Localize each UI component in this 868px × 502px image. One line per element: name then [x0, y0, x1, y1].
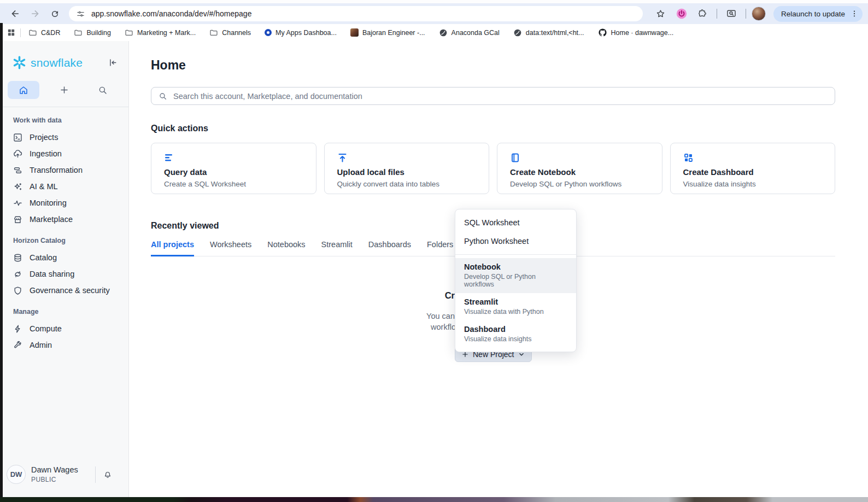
empty-state-heading-clipped: Cr — [395, 290, 455, 301]
sidebar-item-admin[interactable]: Admin — [0, 337, 128, 353]
empty-state-text-clipped: workflo — [378, 323, 456, 331]
sidebar-item-data-sharing[interactable]: Data sharing — [0, 266, 128, 282]
bookmark-folder[interactable]: Channels — [209, 28, 251, 37]
sidebar-item-governance-security[interactable]: Governance & security — [0, 282, 128, 299]
sidebar-item-label: Transformation — [30, 166, 83, 174]
card-create-notebook[interactable]: Create Notebook Develop SQL or Python wo… — [497, 143, 662, 194]
bookmark-star-icon[interactable] — [652, 5, 670, 22]
toolbar-separator — [717, 9, 717, 19]
bookmark-item[interactable]: Anaconda GCal — [439, 28, 500, 37]
desktop-edge-bottom — [0, 497, 868, 502]
card-query-data[interactable]: Query data Create a SQL Worksheet — [151, 143, 316, 194]
marketplace-icon — [13, 215, 22, 224]
card-desc: Visualize data insights — [683, 180, 823, 188]
lightning-icon — [13, 324, 22, 334]
sidebar-item-catalog[interactable]: Catalog — [0, 249, 128, 266]
query-data-icon — [164, 153, 174, 163]
new-item-button[interactable] — [51, 85, 78, 95]
menu-item-streamlit[interactable]: Streamlit Visualize data with Python — [455, 293, 576, 320]
bookmark-folder[interactable]: Marketing + Mark... — [125, 28, 196, 37]
sidebar-item-label: Marketplace — [30, 215, 73, 224]
globe-favicon — [513, 28, 522, 37]
menu-item-python-worksheet[interactable]: Python Worksheet — [455, 232, 576, 250]
back-icon[interactable] — [5, 5, 25, 22]
card-upload-files[interactable]: Upload local files Quickly convert data … — [324, 143, 490, 194]
menu-item-dashboard[interactable]: Dashboard Visualize data insights — [455, 320, 576, 348]
reload-icon[interactable] — [45, 5, 64, 22]
browser-toolbar: app.snowflake.com/anaconda/dev/#/homepag… — [0, 3, 868, 24]
transformation-icon — [13, 166, 22, 175]
section-horizon-catalog: Horizon Catalog — [0, 227, 128, 249]
browser-menu-icon[interactable] — [850, 9, 859, 18]
bookmark-label: Home · dawnwage... — [611, 29, 674, 37]
bookmark-label: Anaconda GCal — [451, 29, 500, 37]
card-create-dashboard[interactable]: Create Dashboard Visualize data insights — [670, 143, 836, 194]
screen-search-icon[interactable] — [723, 5, 740, 22]
notebook-icon — [510, 153, 520, 163]
quick-actions-title: Quick actions — [151, 124, 835, 133]
search-input[interactable] — [172, 91, 828, 101]
home-nav-button[interactable] — [8, 81, 39, 99]
folder-icon — [209, 28, 218, 37]
sidebar-item-transformation[interactable]: Transformation — [0, 162, 128, 178]
pink-extension-icon[interactable] — [673, 5, 690, 22]
collapse-sidebar-icon[interactable] — [107, 57, 118, 68]
bookmark-label: Building — [86, 29, 110, 37]
menu-item-desc: Visualize data with Python — [464, 308, 567, 316]
user-avatar[interactable]: DW — [7, 465, 26, 484]
apps-grid-icon[interactable] — [7, 28, 16, 37]
brand-wordmark: snowflake — [31, 56, 83, 69]
sidebar: snowflake Work with data — [0, 41, 129, 497]
tab-all-projects[interactable]: All projects — [151, 240, 194, 256]
sidebar-item-compute[interactable]: Compute — [0, 320, 128, 337]
browser-profile-avatar[interactable] — [752, 7, 766, 21]
data-sharing-icon — [13, 270, 22, 279]
wrench-icon — [13, 341, 22, 350]
site-settings-icon[interactable] — [76, 9, 85, 19]
tab-streamlit[interactable]: Streamlit — [321, 240, 353, 256]
sidebar-item-label: Projects — [30, 133, 58, 142]
sidebar-item-label: Admin — [30, 341, 52, 349]
tab-dashboards[interactable]: Dashboards — [368, 240, 411, 256]
bookmark-folder[interactable]: Building — [74, 28, 110, 37]
global-search[interactable] — [151, 87, 835, 105]
relaunch-button[interactable]: Relaunch to update — [773, 6, 863, 22]
sidebar-item-ingestion[interactable]: Ingestion — [0, 145, 128, 162]
sidebar-item-projects[interactable]: Projects — [0, 129, 128, 145]
user-role: PUBLIC — [31, 476, 78, 483]
bookmark-folder[interactable]: C&DR — [28, 28, 60, 37]
ai-ml-icon — [13, 182, 22, 191]
forward-icon[interactable] — [25, 5, 45, 22]
bookmark-item[interactable]: My Apps Dashboa... — [265, 29, 337, 37]
url-text[interactable]: app.snowflake.com/anaconda/dev/#/homepag… — [91, 9, 251, 18]
bookmark-item[interactable]: data:text/html,<ht... — [513, 28, 584, 37]
card-desc: Develop SQL or Python workflows — [510, 180, 649, 188]
sidebar-item-ai-ml[interactable]: AI & ML — [0, 178, 128, 195]
user-account-row[interactable]: DW Dawn Wages PUBLIC — [0, 457, 128, 497]
bookmark-label: C&DR — [41, 29, 60, 37]
dashboard-icon — [683, 153, 694, 163]
relaunch-label: Relaunch to update — [781, 10, 845, 18]
bookmark-label: Marketing + Mark... — [137, 29, 196, 37]
menu-item-sql-worksheet[interactable]: SQL Worksheet — [455, 213, 576, 232]
sidebar-item-monitoring[interactable]: Monitoring — [0, 195, 128, 211]
extensions-puzzle-icon[interactable] — [694, 5, 711, 22]
ingestion-icon — [13, 149, 22, 159]
menu-item-title: Notebook — [464, 262, 567, 271]
bookmark-label: Bajoran Engineer -... — [362, 29, 425, 37]
bookmark-item[interactable]: Home · dawnwage... — [598, 28, 674, 37]
sidebar-search-button[interactable] — [89, 85, 116, 95]
sidebar-item-label: Governance & security — [30, 286, 110, 295]
menu-item-notebook[interactable]: Notebook Develop SQL or Python workflows — [455, 258, 576, 293]
user-name: Dawn Wages — [31, 465, 78, 474]
tab-folders[interactable]: Folders — [427, 240, 453, 256]
notifications-bell-icon[interactable] — [96, 470, 120, 480]
bookmark-item[interactable]: Bajoran Engineer -... — [350, 28, 425, 37]
sidebar-item-marketplace[interactable]: Marketplace — [0, 211, 128, 227]
address-bar[interactable]: app.snowflake.com/anaconda/dev/#/homepag… — [69, 6, 643, 21]
empty-state-text-clipped: You can — [378, 312, 455, 320]
tab-worksheets[interactable]: Worksheets — [210, 240, 251, 256]
bookmarks-separator — [20, 28, 21, 37]
bookmark-label: My Apps Dashboa... — [275, 29, 337, 37]
tab-notebooks[interactable]: Notebooks — [267, 240, 305, 256]
